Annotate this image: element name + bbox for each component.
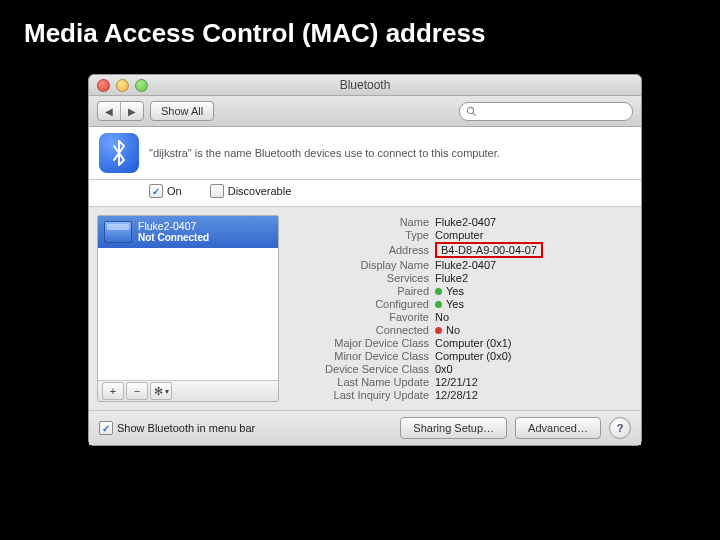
status-dot-red-icon [435,327,442,334]
bluetooth-icon [99,133,139,173]
search-field[interactable] [459,102,633,121]
label-connected: Connected [297,324,435,336]
value-minor-class: Computer (0x0) [435,350,511,362]
value-paired: Yes [446,285,464,297]
value-last-name-update: 12/21/12 [435,376,478,388]
menubar-label: Show Bluetooth in menu bar [117,422,255,434]
sidebar-footer: + − ✻ ▾ [98,380,278,401]
remove-button[interactable]: − [126,382,148,400]
gear-icon: ✻ [154,385,163,398]
device-sidebar: Fluke2-0407 Not Connected + − ✻ ▾ [97,215,279,402]
label-last-inquiry-update: Last Inquiry Update [297,389,435,401]
label-minor-class: Minor Device Class [297,350,435,362]
nav-buttons: ◀ ▶ [97,101,144,121]
value-services: Fluke2 [435,272,468,284]
window-title: Bluetooth [89,75,641,95]
chevron-down-icon: ▾ [165,387,169,396]
close-icon[interactable] [97,79,110,92]
forward-button[interactable]: ▶ [121,102,143,120]
checkbox-icon: ✓ [99,421,113,435]
device-list: Fluke2-0407 Not Connected [98,216,278,380]
add-button[interactable]: + [102,382,124,400]
slide-title: Media Access Control (MAC) address [0,0,720,49]
toggle-row: ✓ On Discoverable [89,180,641,207]
actions-button[interactable]: ✻ ▾ [150,382,172,400]
search-input[interactable] [481,104,626,118]
window-traffic-lights [97,79,148,92]
computer-icon [104,221,132,243]
value-address: B4-D8-A9-00-04-07 [435,242,543,258]
menubar-checkbox[interactable]: ✓ Show Bluetooth in menu bar [99,421,255,435]
prefs-window: Bluetooth ◀ ▶ Show All "dijkstra" is the… [88,74,642,446]
sharing-setup-button[interactable]: Sharing Setup… [400,417,507,439]
info-bar: "dijkstra" is the name Bluetooth devices… [89,127,641,180]
detail-panel: NameFluke2-0407 TypeComputer AddressB4-D… [279,207,641,410]
titlebar: Bluetooth [89,75,641,96]
checkbox-icon [210,184,224,198]
checkbox-icon: ✓ [149,184,163,198]
search-icon [466,106,477,117]
device-row[interactable]: Fluke2-0407 Not Connected [98,216,278,248]
label-paired: Paired [297,285,435,297]
zoom-icon[interactable] [135,79,148,92]
on-checkbox[interactable]: ✓ On [149,184,182,198]
back-button[interactable]: ◀ [98,102,121,120]
label-major-class: Major Device Class [297,337,435,349]
label-address: Address [297,244,435,256]
advanced-button[interactable]: Advanced… [515,417,601,439]
value-name: Fluke2-0407 [435,216,496,228]
value-last-inquiry-update: 12/28/12 [435,389,478,401]
window-footer: ✓ Show Bluetooth in menu bar Sharing Set… [89,410,641,445]
value-favorite: No [435,311,449,323]
value-configured: Yes [446,298,464,310]
toolbar: ◀ ▶ Show All [89,96,641,127]
info-text: "dijkstra" is the name Bluetooth devices… [149,147,631,159]
label-display-name: Display Name [297,259,435,271]
value-service-class: 0x0 [435,363,453,375]
device-status: Not Connected [138,232,209,244]
label-name: Name [297,216,435,228]
label-service-class: Device Service Class [297,363,435,375]
content-area: Fluke2-0407 Not Connected + − ✻ ▾ NameFl… [89,207,641,410]
value-connected: No [446,324,460,336]
label-last-name-update: Last Name Update [297,376,435,388]
svg-line-1 [473,112,476,115]
device-name: Fluke2-0407 [138,220,209,232]
help-button[interactable]: ? [609,417,631,439]
discoverable-checkbox[interactable]: Discoverable [210,184,292,198]
show-all-button[interactable]: Show All [150,101,214,121]
status-dot-green-icon [435,288,442,295]
label-favorite: Favorite [297,311,435,323]
value-major-class: Computer (0x1) [435,337,511,349]
discoverable-label: Discoverable [228,185,292,197]
label-type: Type [297,229,435,241]
minimize-icon[interactable] [116,79,129,92]
on-label: On [167,185,182,197]
value-display-name: Fluke2-0407 [435,259,496,271]
label-configured: Configured [297,298,435,310]
status-dot-green-icon [435,301,442,308]
label-services: Services [297,272,435,284]
svg-point-0 [467,107,473,113]
value-type: Computer [435,229,483,241]
